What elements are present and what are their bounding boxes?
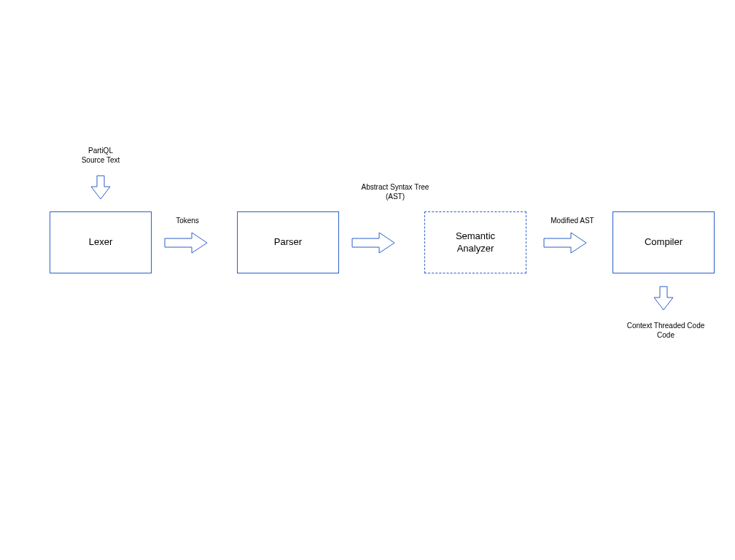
node-compiler-label: Compiler: [645, 236, 682, 249]
node-compiler: Compiler: [612, 211, 715, 273]
edge-label-ast: Abstract Syntax Tree (AST): [344, 182, 446, 201]
edge-label-ast-line1: Abstract Syntax Tree: [362, 183, 429, 191]
arrow-down-input: [90, 175, 111, 200]
edge-label-ast-line2: (AST): [386, 192, 405, 201]
output-label: Context Threaded Code Code: [618, 321, 713, 340]
arrow-semantic-compiler: [543, 232, 587, 254]
node-semantic-line2: Analyzer: [457, 243, 494, 254]
node-parser-label: Parser: [274, 236, 302, 249]
output-label-line1: Context Threaded Code: [627, 322, 705, 330]
edge-label-tokens-text: Tokens: [176, 217, 199, 225]
node-lexer: Lexer: [50, 211, 152, 273]
output-label-line2: Code: [657, 331, 674, 339]
arrow-parser-semantic: [351, 232, 395, 254]
edge-label-modified-ast-text: Modified AST: [551, 217, 594, 225]
arrow-lexer-parser: [164, 232, 208, 254]
node-semantic-analyzer: Semantic Analyzer: [424, 211, 526, 273]
edge-label-modified-ast: Modified AST: [536, 216, 609, 225]
input-label-line2: Source Text: [82, 156, 120, 164]
arrow-down-output: [653, 286, 674, 311]
input-label: PartiQL Source Text: [64, 146, 137, 165]
input-label-line1: PartiQL: [88, 147, 113, 155]
node-parser: Parser: [237, 211, 339, 273]
node-semantic-line1: Semantic: [456, 230, 495, 241]
node-lexer-label: Lexer: [89, 236, 113, 249]
edge-label-tokens: Tokens: [162, 216, 213, 225]
